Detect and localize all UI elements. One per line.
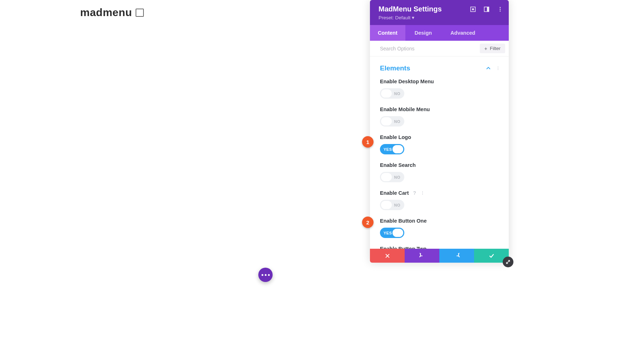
tab-advanced[interactable]: Advanced — [441, 25, 484, 41]
toggle-enable-desktop-menu[interactable]: NO — [380, 88, 404, 99]
dot-icon — [265, 274, 267, 276]
tab-content[interactable]: Content — [370, 25, 405, 41]
toggle-thumb — [381, 89, 392, 98]
section-more-icon[interactable] — [496, 66, 500, 71]
help-icon[interactable]: ? — [413, 190, 416, 196]
plus-icon: + — [484, 46, 487, 51]
toggle-text: NO — [394, 91, 401, 96]
svg-point-10 — [422, 191, 423, 192]
expand-panel-fab[interactable] — [503, 257, 513, 267]
more-vertical-icon[interactable] — [497, 6, 503, 12]
callout-badge-2: 2 — [362, 217, 374, 228]
option-enable-search: Enable Search NO — [370, 162, 509, 190]
option-more-icon[interactable] — [420, 190, 425, 195]
option-label: Enable Logo — [380, 134, 499, 140]
panel-search-row: + Filter — [370, 41, 509, 56]
svg-point-5 — [500, 9, 501, 10]
svg-rect-3 — [487, 7, 489, 11]
preview-logo: madmenu — [80, 6, 144, 19]
svg-point-6 — [500, 10, 501, 11]
svg-point-12 — [422, 194, 423, 195]
dock-right-icon[interactable] — [484, 6, 489, 12]
dot-icon — [268, 274, 270, 276]
search-input[interactable] — [380, 46, 480, 51]
toggle-thumb — [381, 201, 392, 209]
snap-icon[interactable] — [470, 6, 476, 12]
panel-footer — [370, 249, 509, 263]
page-canvas: madmenu MadMenu Settings Pr — [0, 0, 644, 352]
toggle-text: NO — [394, 119, 401, 124]
toggle-enable-button-one[interactable]: YES — [380, 228, 404, 238]
preset-selector[interactable]: Preset: Default ▾ — [379, 15, 503, 20]
cancel-button[interactable] — [370, 249, 405, 263]
option-label: Enable Desktop Menu — [380, 79, 499, 84]
option-label: Enable Search — [380, 162, 499, 168]
filter-label: Filter — [490, 46, 501, 51]
toggle-text: NO — [394, 203, 401, 207]
option-label: Enable Mobile Menu — [380, 106, 499, 112]
dot-icon — [262, 274, 263, 276]
section-header-elements[interactable]: Elements — [370, 56, 509, 79]
toggle-enable-search[interactable]: NO — [380, 172, 404, 182]
option-label: Enable Button One — [380, 218, 499, 224]
undo-button[interactable] — [405, 249, 439, 263]
toggle-text: NO — [394, 175, 401, 179]
toggle-enable-mobile-menu[interactable]: NO — [380, 116, 404, 127]
toggle-thumb — [381, 117, 392, 125]
option-enable-desktop-menu: Enable Desktop Menu NO — [370, 79, 509, 106]
svg-point-11 — [422, 193, 423, 193]
svg-rect-1 — [472, 8, 474, 10]
option-label-text: Enable Cart — [380, 190, 409, 196]
settings-panel: MadMenu Settings Preset: Default ▾ Conte… — [370, 0, 509, 263]
preview-logo-glyph — [136, 9, 144, 17]
option-enable-cart: Enable Cart ? NO — [370, 190, 509, 218]
redo-button[interactable] — [439, 249, 474, 263]
option-enable-button-two: Enable Button Two NO — [370, 246, 509, 249]
svg-point-9 — [498, 69, 498, 70]
module-actions-fab[interactable] — [258, 268, 273, 282]
toggle-thumb — [392, 145, 403, 153]
svg-point-7 — [498, 66, 498, 67]
panel-header[interactable]: MadMenu Settings Preset: Default ▾ — [370, 0, 509, 25]
option-label: Enable Button Two — [380, 246, 499, 249]
toggle-enable-logo[interactable]: YES — [380, 144, 404, 154]
option-enable-mobile-menu: Enable Mobile Menu NO — [370, 106, 509, 134]
section-title: Elements — [380, 64, 410, 72]
panel-tabs: Content Design Advanced — [370, 25, 509, 41]
panel-title: MadMenu Settings — [379, 5, 442, 13]
filter-button[interactable]: + Filter — [480, 44, 505, 53]
svg-point-4 — [500, 7, 501, 8]
callout-badge-1: 1 — [362, 136, 374, 148]
tab-design[interactable]: Design — [405, 25, 441, 41]
toggle-thumb — [381, 173, 392, 181]
option-enable-logo: Enable Logo YES — [370, 134, 509, 162]
option-enable-button-one: Enable Button One YES — [370, 218, 509, 246]
toggle-enable-cart[interactable]: NO — [380, 200, 404, 210]
preview-logo-text: madmenu — [80, 6, 132, 19]
svg-line-15 — [507, 261, 510, 264]
chevron-up-icon[interactable] — [486, 66, 491, 71]
toggle-text: YES — [384, 147, 392, 152]
panel-header-icons — [470, 6, 503, 12]
toggle-thumb — [392, 229, 403, 237]
svg-point-8 — [498, 68, 498, 69]
panel-body: Elements Enable Desktop Menu NO — [370, 56, 509, 249]
option-label: Enable Cart ? — [380, 190, 499, 196]
panel-scroll[interactable]: Elements Enable Desktop Menu NO — [370, 56, 509, 249]
toggle-text: YES — [384, 231, 392, 235]
